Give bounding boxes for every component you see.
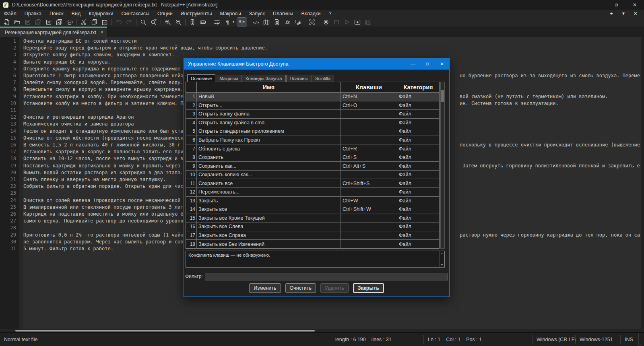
line-text: Вымыть водой остатки раствора из картрид… — [23, 170, 183, 175]
window-restore-button[interactable] — [607, 0, 625, 10]
shortcut-row[interactable]: 18Закрыть все Без ИзмененийФайл — [186, 240, 439, 249]
shortcut-row[interactable]: 10Сохранить копию как...Файл — [186, 171, 439, 179]
menu-run[interactable]: Запуск — [245, 10, 269, 17]
menu-plugins[interactable]: Плагины — [269, 10, 297, 17]
new-file-icon[interactable] — [2, 18, 12, 26]
shortcut-row[interactable]: 7Обновить с дискаCtrl+RФайл — [186, 144, 439, 153]
copy-icon[interactable] — [89, 18, 99, 26]
shortcut-row[interactable]: 9Сохранить как...Ctrl+Alt+SФайл — [186, 162, 439, 171]
save-macro-icon[interactable] — [363, 18, 373, 26]
shortcut-row[interactable]: 4Открыть папку файла в cmdФайл — [186, 119, 439, 128]
new-tab-button[interactable]: + — [606, 10, 617, 17]
dialog-tab-плагины[interactable]: Плагины — [286, 75, 312, 82]
dialog-tab-scintilla[interactable]: Scintilla — [312, 75, 334, 82]
code-view-icon[interactable]: </> — [251, 18, 261, 26]
shortcut-table[interactable]: ИмяКлавишиКатегория1НовыйCtrl+NФайл2Откр… — [186, 82, 440, 249]
dialog-minimize-button[interactable]: — — [406, 58, 420, 70]
close-tab-button[interactable]: ✕ — [630, 10, 641, 17]
dialog-close-button[interactable]: ✕ — [435, 58, 449, 70]
zoom-out-icon[interactable] — [173, 18, 183, 26]
shortcut-row[interactable]: 15Закрыть все Кроме ТекущейФайл — [186, 214, 439, 223]
save-icon[interactable] — [23, 18, 33, 26]
dialog-tab-основные[interactable]: Основные — [187, 74, 215, 82]
menu-language[interactable]: Синтаксисы — [117, 10, 153, 17]
menu-edit[interactable]: Правка — [21, 10, 45, 17]
dialog-tab-команды-запуска[interactable]: Команды Запуска — [242, 75, 285, 82]
monitoring-icon[interactable] — [293, 18, 303, 26]
indent-guide-icon[interactable] — [237, 18, 247, 26]
document-list-icon[interactable] — [272, 18, 282, 26]
document-map-icon[interactable] — [262, 18, 271, 26]
open-file-icon[interactable] — [12, 18, 22, 26]
close-file-icon[interactable] — [44, 18, 54, 26]
shortcut-row[interactable]: 3Открыть папку файлаФайл — [186, 110, 439, 119]
menu-window[interactable]: Вкладки — [297, 10, 324, 17]
redo-icon[interactable] — [124, 18, 134, 26]
word-wrap-icon[interactable] — [212, 18, 222, 26]
shortcut-table-scrollbar[interactable] — [440, 82, 445, 249]
resize-grip-icon[interactable]: ⋰ — [638, 333, 644, 346]
close-button[interactable]: Закрыть — [353, 283, 384, 293]
stop-macro-icon[interactable] — [332, 18, 341, 26]
editor-horizontal-scrollbar[interactable] — [0, 329, 644, 332]
function-list-icon[interactable]: fx — [283, 18, 292, 26]
shortcut-row[interactable]: 6Выбрать Папку как ПроектФайл — [186, 136, 439, 145]
window-close-button[interactable]: ✕ — [625, 0, 644, 10]
scroll-up-icon[interactable]: ▲ — [441, 251, 444, 255]
delete-button[interactable]: Удалить — [320, 283, 349, 293]
shortcut-row[interactable]: 11Сохранить всеCtrl+Shift+SФайл — [186, 179, 439, 188]
shortcut-row[interactable]: 13ЗакрытьCtrl+WФайл — [186, 197, 439, 206]
modify-button[interactable]: Изменить — [249, 283, 281, 293]
dialog-tab-макросы[interactable]: Макросы — [216, 75, 242, 82]
show-all-characters-dropdown-icon[interactable]: ▾ — [233, 20, 237, 24]
filter-input[interactable] — [205, 273, 448, 280]
shortcut-row[interactable]: 8СохранитьCtrl+SФайл — [186, 153, 439, 162]
cut-icon[interactable] — [79, 18, 89, 26]
menu-macro[interactable]: Макросы — [216, 10, 245, 17]
shortcut-row[interactable]: 14Закрыть всеCtrl+Shift+WФайл — [186, 205, 439, 214]
shortcut-row[interactable]: 12Переименовать...Файл — [186, 188, 439, 197]
paste-icon[interactable] — [100, 18, 109, 26]
menu-settings[interactable]: Опции — [153, 10, 177, 17]
save-all-icon[interactable] — [33, 18, 43, 26]
sync-scroll-vertical-icon[interactable] — [188, 18, 197, 26]
menu-help[interactable]: ? — [324, 10, 335, 17]
shortcut-row[interactable]: 16Закрыть все СлеваФайл — [186, 222, 439, 231]
status-encoding[interactable]: Windows-1251 — [575, 335, 620, 344]
dialog-titlebar[interactable]: Управление Клавишами Быстрого Доступа — … — [184, 58, 449, 70]
status-eol-format[interactable]: Windows (CR LF) — [532, 335, 575, 344]
zoom-in-icon[interactable] — [163, 18, 173, 26]
shortcut-row[interactable]: 1НовыйCtrl+NФайл — [186, 93, 439, 101]
menu-file[interactable]: Файл — [0, 10, 21, 17]
menu-encoding[interactable]: Кодировки — [85, 10, 117, 17]
menu-search[interactable]: Поиск — [45, 10, 68, 17]
focus-eye-icon[interactable] — [307, 18, 317, 26]
close-all-icon[interactable] — [54, 18, 64, 26]
tab-close-icon[interactable]: ✕ — [100, 30, 104, 35]
replace-icon[interactable] — [149, 18, 159, 26]
document-tab[interactable]: Регенерация картриджей для гейзера.txt ✕ — [0, 27, 107, 37]
scroll-down-icon[interactable]: ▼ — [441, 263, 444, 267]
dialog-maximize-button[interactable] — [420, 58, 435, 70]
status-insert-mode[interactable]: INS — [620, 335, 638, 344]
cell-category: Файл — [397, 179, 439, 187]
shortcut-row[interactable]: 2Открыть...Ctrl+OФайл — [186, 101, 439, 110]
scrollbar-thumb[interactable] — [441, 90, 444, 102]
record-macro-icon[interactable] — [321, 18, 331, 26]
play-macro-icon[interactable] — [342, 18, 352, 26]
show-all-characters-icon[interactable]: ¶ — [223, 18, 232, 26]
shortcut-row[interactable]: 5Открыть стандартным приложениемФайл — [186, 127, 439, 136]
tab-list-button[interactable]: ▼ — [618, 10, 629, 17]
window-minimize-button[interactable]: — — [588, 0, 607, 10]
sync-scroll-horizontal-icon[interactable] — [198, 18, 208, 26]
menu-tools[interactable]: Инструменты — [177, 10, 216, 17]
undo-icon[interactable] — [114, 18, 124, 26]
menu-view[interactable]: Вид — [68, 10, 85, 17]
shortcut-row[interactable]: 17Закрыть все СправаФайл — [186, 231, 439, 240]
clear-button[interactable]: Очистить — [285, 283, 316, 293]
conflict-box-scrollbar[interactable]: ▲ ▼ — [439, 251, 444, 267]
horizontal-scrollbar-thumb[interactable] — [15, 330, 315, 332]
find-icon[interactable] — [138, 18, 148, 26]
print-icon[interactable] — [65, 18, 74, 26]
run-macro-multiple-icon[interactable] — [353, 18, 362, 26]
